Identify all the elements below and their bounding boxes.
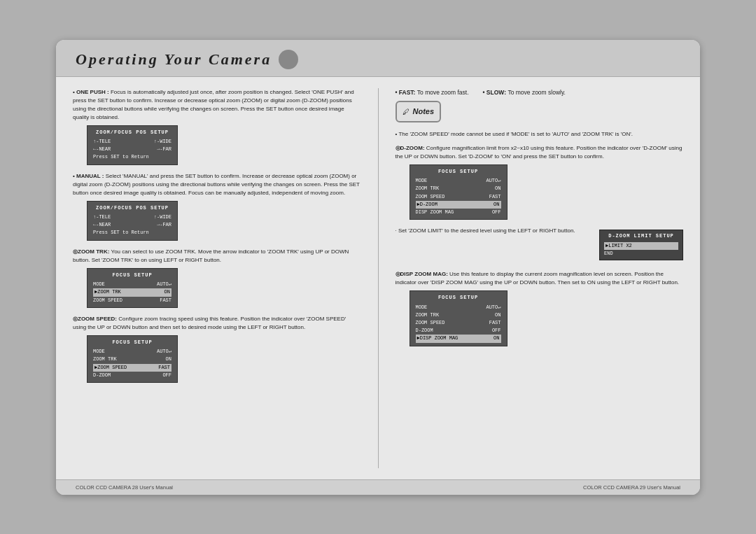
zoom-speed-label: ◎ZOOM SPEED: <box>73 316 118 322</box>
focus-setup-screen-1: FOCUS SETUP MODEAUTO↵ ►ZOOM TRKON ZOOM S… <box>87 268 178 308</box>
d-zoom-label: ◎D-ZOOM: <box>396 145 426 151</box>
focus-setup-title-2: FOCUS SETUP <box>93 339 172 346</box>
section-d-zoom: ◎D-ZOOM: Configure magnification limit f… <box>396 144 684 220</box>
zoom-trk-body: You can select to use ZOOM TRK. Move the… <box>73 248 349 263</box>
notes-label: Notes <box>413 106 435 118</box>
section-disp-zoom-mag: ◎DISP ZOOM MAG: Use this feature to disp… <box>396 270 684 346</box>
screen-zoom-focus-2: ZOOM/FOCUS POS SETUP ↑-TELE↑-WIDE ←-NEAR… <box>87 201 178 241</box>
section-zoom-limit: · Set 'ZOOM LIMIT' to the desired level … <box>396 227 684 263</box>
section-zoom-speed: ◎ZOOM SPEED: Configure zoom tracing spee… <box>73 315 361 383</box>
section-zoom-trk: ◎ZOOM TRK: You can select to use ZOOM TR… <box>73 248 361 308</box>
footer-right: COLOR CCD CAMERA 29 User's Manual <box>583 484 680 491</box>
focus-setup-title-1: FOCUS SETUP <box>93 272 172 279</box>
main-content: • ONE PUSH : Focus is automatically adju… <box>56 77 700 479</box>
slow-text: To move zoom slowly. <box>507 89 566 96</box>
focus-setup-screen-4: FOCUS SETUP MODEAUTO↵ ZOOM TRKON ZOOM SP… <box>410 290 507 346</box>
focus-setup-screen-3: FOCUS SETUP MODEAUTO↵ ZOOM TRKON ZOOM SP… <box>410 164 507 220</box>
fast-slow-section: • FAST: To move zoom fast. • SLOW: To mo… <box>396 88 684 97</box>
dzoom-limit-screen: D-ZOOM LIMIT SETUP ►LIMIT X2 END <box>599 230 683 260</box>
dzoom-limit-title: D-ZOOM LIMIT SETUP <box>604 232 678 240</box>
screen-zoom-focus-1: ZOOM/FOCUS POS SETUP ↑-TELE↑-WIDE ←-NEAR… <box>87 125 178 165</box>
one-push-label: • ONE PUSH : <box>73 89 111 95</box>
page-header: Operating Your Camera <box>56 40 700 77</box>
notes-icon: 🖊 <box>402 106 410 117</box>
disp-zoom-mag-label: ◎DISP ZOOM MAG: <box>396 271 450 277</box>
camera-icon <box>279 50 298 69</box>
zoom-trk-label: ◎ZOOM TRK: <box>73 248 111 255</box>
manual-body: Select 'MANUAL' and press the SET button… <box>73 173 360 196</box>
notes-container: 🖊 Notes • The 'ZOOM SPEED' mode cannot b… <box>396 101 684 139</box>
page-footer: COLOR CCD CAMERA 28 User's Manual COLOR … <box>56 479 700 495</box>
notes-box: 🖊 Notes <box>396 101 442 122</box>
slow-label: • SLOW: <box>483 89 508 96</box>
column-divider <box>378 88 379 468</box>
screen-title-1: ZOOM/FOCUS POS SETUP <box>93 129 172 136</box>
screen-title-2: ZOOM/FOCUS POS SETUP <box>93 204 172 212</box>
manual-label: • MANUAL : <box>73 173 106 179</box>
right-column: • FAST: To move zoom fast. • SLOW: To mo… <box>396 88 684 468</box>
footer-left: COLOR CCD CAMERA 28 User's Manual <box>76 484 173 491</box>
page-title: Operating Your Camera <box>76 50 272 69</box>
d-zoom-body: Configure magnification limit from x2~x1… <box>396 145 682 160</box>
focus-setup-title-4: FOCUS SETUP <box>416 294 501 302</box>
fast-label: • FAST: <box>396 89 417 96</box>
page-container: Operating Your Camera • ONE PUSH : Focus… <box>56 40 700 495</box>
focus-setup-screen-2: FOCUS SETUP MODEAUTO↵ ZOOM TRKON ►ZOOM S… <box>87 335 178 383</box>
left-column: • ONE PUSH : Focus is automatically adju… <box>73 88 361 468</box>
section-one-push: • ONE PUSH : Focus is automatically adju… <box>73 88 361 165</box>
section-manual: • MANUAL : Select 'MANUAL' and press the… <box>73 172 361 241</box>
focus-setup-title-3: FOCUS SETUP <box>416 168 501 176</box>
one-push-body: Focus is automatically adjusted just onc… <box>73 89 354 120</box>
fast-text: To move zoom fast. <box>417 89 469 96</box>
zoom-limit-body: · Set 'ZOOM LIMIT' to the desired level … <box>396 227 575 234</box>
notes-text: • The 'ZOOM SPEED' mode cannot be used i… <box>396 130 684 139</box>
